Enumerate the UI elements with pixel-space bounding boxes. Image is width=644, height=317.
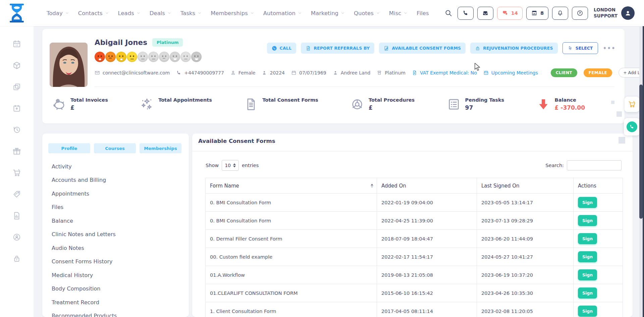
profile-menu-audio-notes[interactable]: Audio Notes: [52, 241, 185, 255]
person-icon: [262, 70, 267, 75]
call-button[interactable]: CALL: [267, 43, 297, 54]
rail-report-chart-icon[interactable]: [12, 211, 21, 220]
profile-menu-activity[interactable]: Activity: [52, 160, 185, 173]
help-button[interactable]: ?: [572, 7, 588, 20]
arrow-down-big-icon: [537, 98, 550, 111]
rail-calendar-import-icon[interactable]: [12, 104, 21, 113]
mouth: [120, 58, 123, 60]
dialer-button[interactable]: [458, 7, 474, 20]
sort-arrows-icon[interactable]: [371, 184, 373, 188]
form-name-cell: 0. Dermal Filler Consent Form: [206, 230, 377, 248]
profile-menu-consent-forms-history[interactable]: Consent Forms History: [52, 255, 185, 269]
profile-menu-recommended-products[interactable]: Recommended Products: [52, 309, 185, 317]
label-pill-female[interactable]: FEMALE: [584, 68, 612, 77]
profile-menu-files[interactable]: Files: [52, 201, 185, 214]
sparkles-icon: [140, 98, 154, 111]
chat-button[interactable]: 14: [497, 7, 523, 20]
rejuvenation-procedures-button[interactable]: REJUVENATION PROCEDURES: [470, 43, 557, 54]
profile-menu-appointments[interactable]: Appointments: [52, 187, 185, 201]
profile-menu-clinic-notes-and-letters[interactable]: Clinic Notes and Letters: [52, 228, 185, 242]
button-label: CALL: [280, 46, 292, 51]
table-search-input[interactable]: [567, 160, 622, 170]
app-logo[interactable]: [9, 3, 24, 23]
profile-menu-medical-history[interactable]: Medical History: [52, 268, 185, 282]
contact-vat-exempt-medical-no[interactable]: VAT Exempt Medical: No: [412, 70, 477, 75]
nav-item-misc[interactable]: Misc: [389, 10, 408, 16]
nav-item-quotes[interactable]: Quotes: [354, 10, 380, 16]
sign-button[interactable]: Sign: [578, 215, 597, 226]
sign-button[interactable]: Sign: [578, 306, 597, 317]
nav-item-today[interactable]: Today: [47, 10, 69, 16]
decor-square: [619, 137, 625, 144]
column-header-added-on[interactable]: Added On: [377, 178, 477, 193]
column-header-last-signed-on[interactable]: Last Signed On: [477, 178, 574, 193]
tab-courses[interactable]: Courses: [94, 143, 136, 153]
nav-item-automation[interactable]: Automation: [263, 10, 302, 16]
nav-item-contacts[interactable]: Contacts: [78, 10, 109, 16]
rail-calendar-date-icon[interactable]: 12: [12, 40, 21, 48]
sign-button[interactable]: Sign: [578, 287, 597, 299]
rail-gift-icon[interactable]: [12, 147, 21, 156]
nav-item-deals[interactable]: Deals: [150, 10, 171, 16]
mood-face-8[interactable]: [170, 52, 180, 62]
store-button[interactable]: 8: [526, 7, 548, 20]
user-icon: [624, 9, 632, 17]
rail-copy-icon[interactable]: [12, 83, 21, 91]
tab-memberships[interactable]: Memberships: [140, 143, 181, 153]
sign-button[interactable]: Sign: [578, 233, 597, 244]
phone-icon: [462, 10, 469, 16]
mood-face-4[interactable]: [127, 52, 137, 62]
search-icon[interactable]: [444, 9, 452, 17]
page-size-select[interactable]: 10: [222, 160, 239, 171]
mood-face-3[interactable]: [116, 52, 126, 62]
nav-item-tasks[interactable]: Tasks: [180, 10, 202, 16]
mood-face-1[interactable]: [95, 52, 105, 62]
nav-item-memberships[interactable]: Memberships: [211, 10, 254, 16]
document-icon: [244, 98, 258, 111]
panel-title: Available Consent Forms: [198, 138, 275, 144]
nav-item-marketing[interactable]: Marketing: [311, 10, 345, 16]
contact-upcoming-meetings[interactable]: 12Upcoming Meetings: [483, 70, 538, 75]
phone-circle-icon: [272, 46, 277, 51]
call-float-button[interactable]: [624, 118, 640, 136]
profile-menu-body-composition[interactable]: Body Composition: [52, 282, 185, 296]
page-scrollbar-thumb[interactable]: [639, 85, 643, 219]
mood-face-7[interactable]: [159, 52, 169, 62]
rail-price-tag-icon[interactable]: [12, 190, 21, 199]
column-header-actions[interactable]: Actions: [574, 178, 623, 193]
donut-icon: [351, 98, 364, 111]
mood-face-5[interactable]: [138, 52, 148, 62]
nav-item-leads[interactable]: Leads: [118, 10, 141, 16]
column-header-form-name[interactable]: Form Name: [206, 178, 377, 193]
select-button[interactable]: SELECT: [562, 42, 598, 54]
rail-history-icon[interactable]: [12, 125, 21, 134]
report-referrals-by-button[interactable]: REPORT REFERRALS BY: [301, 43, 374, 54]
user-menu-button[interactable]: [621, 6, 635, 20]
nav-item-files[interactable]: Files: [417, 10, 429, 16]
rail-cube-icon[interactable]: [12, 61, 21, 70]
notifications-button[interactable]: [552, 7, 568, 20]
mood-face-9[interactable]: [180, 52, 191, 62]
mood-face-2[interactable]: [105, 52, 116, 62]
patient-photo[interactable]: [50, 43, 88, 87]
decor-square: [616, 111, 622, 117]
mood-face-6[interactable]: [148, 52, 159, 62]
tier-badge: Platinum: [152, 38, 183, 47]
profile-menu-treatment-record[interactable]: Treatment Record: [52, 296, 185, 309]
available-consent-forms-button[interactable]: AVAILABLE CONSENT FORMS: [379, 43, 466, 54]
label-pill-client[interactable]: CLIENT: [551, 68, 577, 77]
more-actions-button[interactable]: •••: [603, 45, 616, 52]
rail-user-sync-icon[interactable]: [12, 233, 21, 242]
rail-lock-icon[interactable]: [12, 254, 21, 263]
sign-button[interactable]: Sign: [578, 197, 597, 208]
mood-face-10[interactable]: [191, 52, 202, 62]
profile-menu-balance[interactable]: Balance: [52, 214, 185, 228]
sign-button[interactable]: Sign: [578, 251, 597, 262]
tab-profile[interactable]: Profile: [48, 143, 90, 153]
mouth: [99, 58, 101, 60]
cart-float-button[interactable]: [625, 97, 639, 112]
sign-button[interactable]: Sign: [578, 269, 597, 280]
inbox-button[interactable]: [477, 7, 493, 20]
rail-cart-icon[interactable]: [12, 168, 21, 177]
profile-menu-accounts-and-billing[interactable]: Accounts and Billing: [52, 173, 185, 187]
